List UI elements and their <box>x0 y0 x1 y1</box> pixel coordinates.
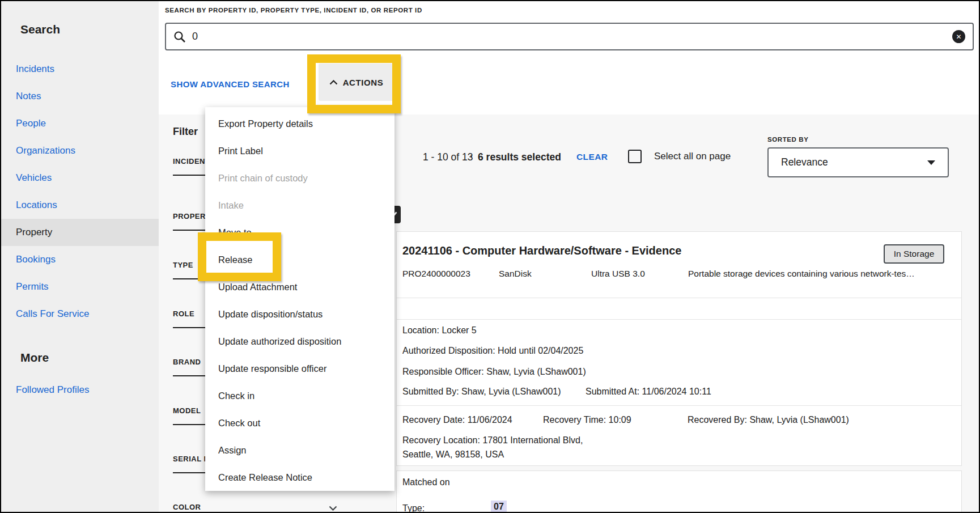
sidebar-item-people[interactable]: People <box>1 110 159 137</box>
sidebar-item-calls-for-service[interactable]: Calls For Service <box>1 300 159 328</box>
search-box: ✕ <box>165 23 974 50</box>
property-id: PRO2400000023 <box>402 269 470 279</box>
responsible-officer: Responsible Officer: Shaw, Lyvia (LShaw0… <box>402 367 586 377</box>
menu-item-export-property-details[interactable]: Export Property details <box>205 110 394 137</box>
authorized-disposition: Authorized Disposition: Hold until 02/04… <box>402 346 583 356</box>
results-separator: · <box>470 151 473 163</box>
sidebar-item-vehicles[interactable]: Vehicles <box>1 164 159 192</box>
sidebar: Search IncidentsNotesPeopleOrganizations… <box>1 1 159 512</box>
sidebar-item-locations[interactable]: Locations <box>1 192 159 219</box>
matched-type-label: Type: <box>402 503 425 513</box>
results-selected-count: 6 results selected <box>478 151 561 163</box>
sidebar-item-organizations[interactable]: Organizations <box>1 137 159 164</box>
property-model: Ultra USB 3.0 <box>591 269 645 279</box>
sort-dropdown[interactable]: Relevance <box>767 147 949 177</box>
property-result-card[interactable]: 20241106 - Computer Hardware/Software - … <box>396 231 962 466</box>
menu-item-update-disposition-status[interactable]: Update disposition/status <box>205 300 394 328</box>
sorted-by-label: SORTED BY <box>767 136 809 143</box>
actions-highlight-annotation <box>307 54 401 113</box>
sidebar-item-notes[interactable]: Notes <box>1 83 159 110</box>
recovered-by: Recovered By: Shaw, Lyvia (LShaw001) <box>688 415 849 425</box>
release-highlight-annotation <box>198 232 281 281</box>
select-all-checkbox[interactable] <box>628 150 642 163</box>
search-field-label: SEARCH BY PROPERTY ID, PROPERTY TYPE, IN… <box>165 7 422 14</box>
recovery-location-line1: Recovery Location: 17801 International B… <box>402 435 583 446</box>
recovery-time: Recovery Time: 10:09 <box>543 415 631 425</box>
menu-item-create-release-notice[interactable]: Create Release Notice <box>205 464 394 491</box>
menu-item-print-chain-of-custody: Print chain of custody <box>205 164 394 192</box>
sidebar-more-heading: More <box>20 351 49 364</box>
matched-on-heading: Matched on <box>402 477 450 487</box>
divider <box>397 405 961 406</box>
actions-menu: Export Property detailsPrint LabelPrint … <box>205 107 394 491</box>
sidebar-search-heading: Search <box>20 23 60 36</box>
clear-selection-link[interactable]: CLEAR <box>576 152 608 162</box>
search-icon <box>173 31 186 43</box>
sidebar-item-incidents[interactable]: Incidents <box>1 56 159 83</box>
chevron-down-icon[interactable] <box>329 506 337 511</box>
matched-on-card: Matched on Type: 07 <box>396 470 962 513</box>
sidebar-item-followed-profiles[interactable]: Followed Profiles <box>1 376 159 404</box>
storage-location: Location: Locker 5 <box>402 325 477 336</box>
clear-search-icon[interactable]: ✕ <box>952 30 965 43</box>
property-description: Portable storage devices containing vari… <box>688 269 915 279</box>
results-range: 1 - 10 of 13 <box>423 151 473 163</box>
search-input[interactable] <box>191 30 952 43</box>
app-window: Search IncidentsNotesPeopleOrganizations… <box>0 0 980 513</box>
select-all-label: Select all on page <box>654 151 731 162</box>
filter-label-color: COLOR <box>173 503 214 511</box>
dropdown-caret-icon <box>927 160 935 165</box>
matched-type-value: 07 <box>491 501 507 513</box>
recovery-date: Recovery Date: 11/06/2024 <box>402 415 512 425</box>
sidebar-item-bookings[interactable]: Bookings <box>1 246 159 273</box>
result-title: 20241106 - Computer Hardware/Software - … <box>402 244 681 257</box>
menu-item-check-in[interactable]: Check in <box>205 382 394 409</box>
menu-item-update-authorized-disposition[interactable]: Update authorized disposition <box>205 328 394 355</box>
divider <box>397 319 961 320</box>
recovery-location-line2: Seattle, WA, 98158, USA <box>402 450 504 460</box>
menu-item-check-out[interactable]: Check out <box>205 409 394 436</box>
menu-item-assign[interactable]: Assign <box>205 436 394 464</box>
sidebar-item-property[interactable]: Property <box>1 219 159 246</box>
menu-item-print-label[interactable]: Print Label <box>205 137 394 164</box>
status-badge: In Storage <box>884 244 944 264</box>
submitted-by: Submitted By: Shaw, Lyvia (LShaw001) <box>402 387 561 397</box>
submitted-at: Submitted At: 11/06/2024 10:11 <box>586 387 711 397</box>
sort-dropdown-value: Relevance <box>781 156 828 168</box>
filter-panel-heading: Filter <box>173 126 198 138</box>
divider <box>397 298 961 298</box>
show-advanced-search-link[interactable]: SHOW ADVANCED SEARCH <box>171 79 290 89</box>
menu-item-update-responsible-officer[interactable]: Update responsible officer <box>205 355 394 382</box>
menu-item-intake: Intake <box>205 192 394 219</box>
sidebar-item-permits[interactable]: Permits <box>1 273 159 300</box>
property-brand: SanDisk <box>499 269 532 279</box>
